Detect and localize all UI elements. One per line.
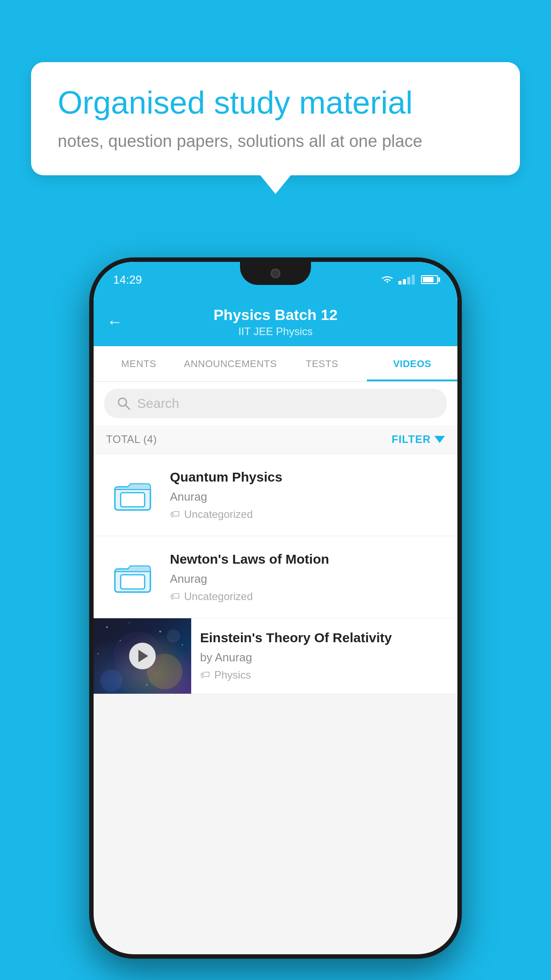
video-title-2: Einstein's Theory Of Relativity <box>200 629 449 646</box>
svg-rect-3 <box>121 493 145 507</box>
phone-screen: 14:29 <box>94 262 457 954</box>
tab-ments[interactable]: MENTS <box>94 346 184 381</box>
phone-frame: 14:29 <box>89 257 462 959</box>
video-tag-0: 🏷 Uncategorized <box>170 508 445 521</box>
folder-thumb-1 <box>106 550 159 604</box>
folder-icon <box>113 557 153 597</box>
video-title-0: Quantum Physics <box>170 468 445 486</box>
video-info-0: Quantum Physics Anurag 🏷 Uncategorized <box>170 468 445 521</box>
video-info-1: Newton's Laws of Motion Anurag 🏷 Uncateg… <box>170 550 445 603</box>
video-title-1: Newton's Laws of Motion <box>170 550 445 568</box>
back-button[interactable]: ← <box>107 312 123 331</box>
svg-line-1 <box>126 405 130 409</box>
filter-button[interactable]: FILTER <box>392 433 445 446</box>
video-author-1: Anurag <box>170 572 445 586</box>
battery-icon <box>421 275 438 284</box>
folder-icon <box>113 475 153 515</box>
svg-point-11 <box>120 640 121 641</box>
tabs-bar: MENTS ANNOUNCEMENTS TESTS VIDEOS <box>94 346 457 382</box>
wifi-icon <box>381 275 394 285</box>
camera-dot <box>271 269 280 278</box>
search-icon <box>117 396 131 411</box>
video-tag-1: 🏷 Uncategorized <box>170 590 445 603</box>
video-author-0: Anurag <box>170 490 445 504</box>
phone-wrapper: 14:29 <box>89 257 462 959</box>
tag-icon-1: 🏷 <box>170 591 180 602</box>
tab-videos[interactable]: VIDEOS <box>367 346 457 381</box>
search-bar-container: Search <box>94 382 457 425</box>
bubble-subtitle: notes, question papers, solutions all at… <box>58 132 493 151</box>
app-header: ← Physics Batch 12 IIT JEE Physics <box>94 297 457 346</box>
svg-point-15 <box>146 684 148 686</box>
video-author-2: by Anurag <box>200 651 449 664</box>
speech-bubble: Organised study material notes, question… <box>31 62 520 175</box>
play-button[interactable] <box>129 643 156 669</box>
svg-point-14 <box>129 622 130 623</box>
signal-icon <box>398 275 415 285</box>
svg-point-8 <box>167 629 180 643</box>
header-subtitle: IIT JEE Physics <box>238 325 313 338</box>
einstein-info: Einstein's Theory Of Relativity by Anura… <box>191 618 457 692</box>
notch <box>240 262 311 285</box>
total-count: TOTAL (4) <box>106 433 157 446</box>
bubble-title: Organised study material <box>58 84 493 121</box>
search-placeholder: Search <box>137 396 179 411</box>
filter-icon <box>434 436 445 443</box>
status-bar: 14:29 <box>94 262 457 297</box>
tab-announcements[interactable]: ANNOUNCEMENTS <box>184 346 277 381</box>
tab-tests[interactable]: TESTS <box>277 346 367 381</box>
einstein-thumbnail <box>94 618 191 694</box>
list-item[interactable]: Newton's Laws of Motion Anurag 🏷 Uncateg… <box>94 536 457 618</box>
status-time: 14:29 <box>113 273 142 287</box>
svg-point-13 <box>182 644 183 646</box>
play-icon <box>138 650 148 662</box>
svg-point-7 <box>100 669 122 692</box>
search-input-wrapper[interactable]: Search <box>104 389 447 418</box>
header-title: Physics Batch 12 <box>213 306 338 324</box>
list-item[interactable]: Quantum Physics Anurag 🏷 Uncategorized <box>94 454 457 536</box>
status-icons <box>381 275 438 285</box>
svg-point-12 <box>159 631 161 632</box>
list-item[interactable]: Einstein's Theory Of Relativity by Anura… <box>94 618 457 694</box>
video-tag-2: 🏷 Physics <box>200 669 449 681</box>
tag-icon-0: 🏷 <box>170 509 180 520</box>
folder-thumb-0 <box>106 468 159 522</box>
svg-point-10 <box>106 626 108 628</box>
svg-point-16 <box>98 653 99 655</box>
svg-rect-5 <box>121 575 145 589</box>
tag-icon-2: 🏷 <box>200 669 210 681</box>
video-list: Quantum Physics Anurag 🏷 Uncategorized <box>94 454 457 694</box>
filter-bar: TOTAL (4) FILTER <box>94 425 457 454</box>
